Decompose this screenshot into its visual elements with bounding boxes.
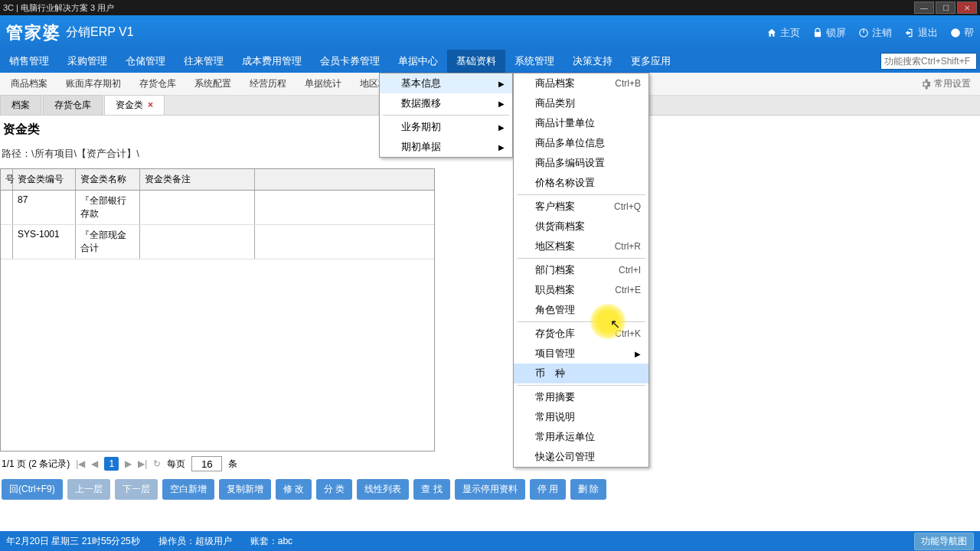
blank-add-button[interactable]: 空白新增 xyxy=(162,479,214,500)
submenu-item[interactable]: 价格名称设置 xyxy=(514,173,648,193)
page-prev[interactable]: ◀ xyxy=(91,458,98,469)
submenu-item[interactable]: 商品计量单位 xyxy=(514,113,648,133)
tab-funds[interactable]: 资金类× xyxy=(104,95,165,115)
submenu-item[interactable]: 常用摘要 xyxy=(514,387,648,407)
tool-product-archive[interactable]: 商品档案 xyxy=(2,77,57,90)
svg-point-1 xyxy=(951,28,960,37)
menu-warehouse[interactable]: 仓储管理 xyxy=(116,50,175,73)
tool-book-inventory[interactable]: 账面库存期初 xyxy=(57,77,130,90)
submenu-item[interactable]: 常用承运单位 xyxy=(514,427,648,447)
return-button[interactable]: 回(Ctrl+F9) xyxy=(2,479,63,500)
tab-close-icon[interactable]: × xyxy=(148,99,153,110)
search-button[interactable]: 查 找 xyxy=(413,479,449,500)
table-row[interactable]: 87 『全部银行存款 xyxy=(1,191,434,225)
window-title: 3C | 电脑行业解决方案 3 用户 xyxy=(3,2,114,14)
col-seq[interactable]: 号 xyxy=(1,169,13,190)
page-last[interactable]: ▶| xyxy=(138,458,147,469)
function-search-input[interactable] xyxy=(880,53,977,70)
close-button[interactable]: ✕ xyxy=(957,2,977,14)
menu-basedata[interactable]: 基础资料 xyxy=(447,50,505,73)
submenu-item[interactable]: 项目管理▶ xyxy=(514,344,648,364)
col-remark[interactable]: 资金类备注 xyxy=(140,169,255,190)
app-logo: 管家婆 xyxy=(6,21,61,44)
menu-system[interactable]: 系统管理 xyxy=(505,50,564,73)
submenu-item[interactable]: 商品多编码设置 xyxy=(514,153,648,173)
help-link[interactable]: 帮 xyxy=(950,26,974,40)
delete-button[interactable]: 删 除 xyxy=(570,479,606,500)
common-settings-link[interactable]: 常用设置 xyxy=(913,77,978,90)
submenu-item[interactable]: 供货商档案 xyxy=(514,217,648,236)
submenu-item[interactable]: 常用说明 xyxy=(514,407,648,427)
show-disabled-button[interactable]: 显示停用资料 xyxy=(455,479,525,500)
submenu-item[interactable]: 商品多单位信息 xyxy=(514,133,648,153)
menu-more[interactable]: 更多应用 xyxy=(622,50,680,73)
menu-transactions[interactable]: 往来管理 xyxy=(175,50,233,73)
chevron-right-icon: ▶ xyxy=(498,80,505,88)
table-row[interactable]: SYS-1001 『全部现金合计 xyxy=(1,225,434,259)
home-link[interactable]: 主页 xyxy=(766,26,800,40)
menu-cost[interactable]: 成本费用管理 xyxy=(233,50,311,73)
submenu-item[interactable]: 币 种 xyxy=(514,364,648,383)
menu-decision[interactable]: 决策支持 xyxy=(564,50,622,73)
page-info: 1/1 页 (2 条记录) xyxy=(2,458,70,471)
submenu-item[interactable]: 存货仓库Ctrl+K xyxy=(514,324,648,344)
submenu-item[interactable]: 客户档案Ctrl+Q xyxy=(514,197,648,217)
submenu-init-docs[interactable]: 期初单据▶ xyxy=(380,137,512,157)
power-icon xyxy=(858,28,869,38)
status-bar: 年2月20日 星期三 21时55分25秒 操作员：超级用户 账套：abc 功能导… xyxy=(0,531,980,551)
chevron-right-icon: ▶ xyxy=(498,143,505,152)
submenu-item[interactable]: 商品类别 xyxy=(514,93,648,113)
submenu-item[interactable]: 商品档案Ctrl+B xyxy=(514,73,648,93)
funds-table: 号 资金类编号 资金类名称 资金类备注 87 『全部银行存款 SYS-1001 … xyxy=(0,168,435,452)
submenu-period-init[interactable]: 业务期初▶ xyxy=(380,117,512,137)
function-nav-button[interactable]: 功能导航图 xyxy=(914,533,974,550)
submenu-basic-info[interactable]: 基本信息▶ xyxy=(380,73,512,93)
up-level-button[interactable]: 上一层 xyxy=(67,479,110,500)
exit-link[interactable]: 退出 xyxy=(904,26,938,40)
chevron-right-icon: ▶ xyxy=(635,350,641,358)
menu-purchase[interactable]: 采购管理 xyxy=(58,50,116,73)
submenu-item[interactable]: 角色管理 xyxy=(514,300,648,320)
basic-info-submenu: 商品档案Ctrl+B商品类别商品计量单位商品多单位信息商品多编码设置价格名称设置… xyxy=(513,73,649,468)
submenu-data-migrate[interactable]: 数据搬移▶ xyxy=(380,93,512,113)
menu-docs[interactable]: 单据中心 xyxy=(389,50,447,73)
col-code[interactable]: 资金类编号 xyxy=(13,169,76,190)
tool-sysconfig[interactable]: 系统配置 xyxy=(185,77,240,90)
tool-history[interactable]: 经营历程 xyxy=(240,77,296,90)
tab-archive[interactable]: 档案 xyxy=(0,95,41,115)
minimize-button[interactable]: — xyxy=(914,2,934,14)
submenu-item[interactable]: 快递公司管理 xyxy=(514,447,648,467)
copy-add-button[interactable]: 复制新增 xyxy=(219,479,271,500)
page-refresh[interactable]: ↻ xyxy=(153,458,161,469)
page-current: 1 xyxy=(104,457,119,471)
submenu-item[interactable]: 部门档案Ctrl+I xyxy=(514,260,648,280)
page-next[interactable]: ▶ xyxy=(125,458,132,469)
logout-link[interactable]: 注销 xyxy=(858,26,892,40)
col-name[interactable]: 资金类名称 xyxy=(76,169,140,190)
menu-sales[interactable]: 销售管理 xyxy=(0,50,58,73)
exit-icon xyxy=(904,28,915,38)
chevron-right-icon: ▶ xyxy=(498,123,505,132)
tool-docstats[interactable]: 单据统计 xyxy=(296,77,351,90)
status-datetime: 年2月20日 星期三 21时55分25秒 xyxy=(6,535,140,548)
down-level-button[interactable]: 下一层 xyxy=(115,479,158,500)
lock-link[interactable]: 锁屏 xyxy=(812,26,846,40)
disable-button[interactable]: 停 用 xyxy=(530,479,566,500)
tab-warehouse[interactable]: 存货仓库 xyxy=(43,95,103,115)
classify-button[interactable]: 分 类 xyxy=(316,479,352,500)
help-icon xyxy=(950,28,961,38)
basedata-submenu: 基本信息▶ 数据搬移▶ 业务期初▶ 期初单据▶ xyxy=(379,73,513,158)
menu-membership[interactable]: 会员卡券管理 xyxy=(311,50,389,73)
maximize-button[interactable]: ☐ xyxy=(936,2,956,14)
submenu-item[interactable]: 地区档案Ctrl+R xyxy=(514,236,648,256)
linear-list-button[interactable]: 线性列表 xyxy=(357,479,409,500)
app-header: 管家婆 分销ERP V1 主页 锁屏 注销 退出 帮 xyxy=(0,15,980,50)
edit-button[interactable]: 修 改 xyxy=(276,479,312,500)
submenu-item[interactable]: 职员档案Ctrl+E xyxy=(514,280,648,300)
per-page-input[interactable] xyxy=(191,456,222,471)
window-buttons: — ☐ ✕ xyxy=(914,2,977,14)
page-first[interactable]: |◀ xyxy=(76,458,85,469)
home-icon xyxy=(766,28,777,38)
tool-stock-warehouse[interactable]: 存货仓库 xyxy=(130,77,185,90)
table-header-row: 号 资金类编号 资金类名称 资金类备注 xyxy=(1,169,434,191)
